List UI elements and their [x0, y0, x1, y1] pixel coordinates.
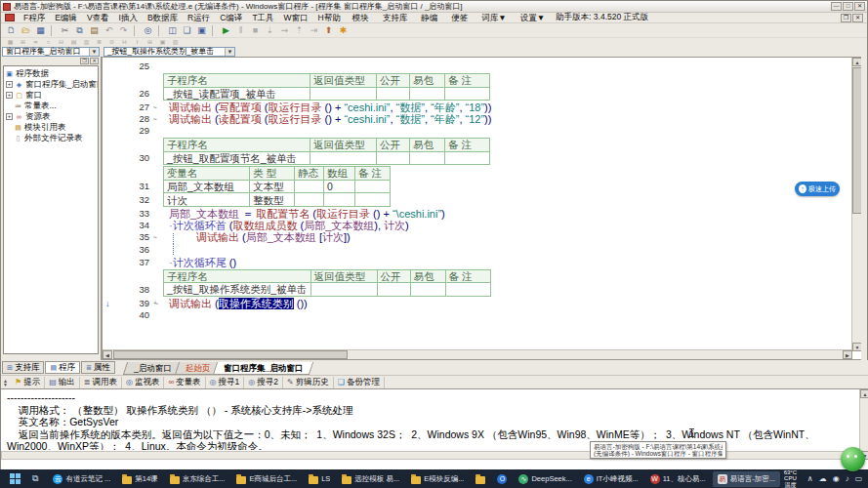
- table-cell[interactable]: [410, 283, 445, 297]
- table-row[interactable]: 局部_文本数组文本型0: [164, 180, 391, 193]
- editor-horizontal-scrollbar[interactable]: ◀ ▶: [103, 349, 852, 359]
- design-tool-icon[interactable]: ⊞: [17, 39, 29, 46]
- taskbar-item[interactable]: [471, 471, 490, 487]
- design-tool-icon[interactable]: ⊞: [144, 39, 156, 46]
- design-tool-icon[interactable]: ≍: [29, 39, 42, 46]
- taskbar-item[interactable]: 易易语言-加密...: [713, 471, 780, 487]
- table-cell[interactable]: 局部_文本数组: [164, 180, 250, 193]
- table-cell[interactable]: [355, 180, 391, 193]
- table-cell[interactable]: [377, 283, 410, 297]
- cpu-temp-widget[interactable]: 63°C CPU温度: [782, 469, 799, 488]
- chevron-down-icon[interactable]: ▼: [89, 48, 99, 56]
- subroutine-table[interactable]: 子程序名返回值类型公开易包备 注_按钮_取操作系统类别_被单击: [163, 269, 491, 297]
- start-button[interactable]: [10, 473, 21, 485]
- fold-marker-zone[interactable]: +-: [153, 298, 163, 309]
- table-cell[interactable]: [445, 87, 490, 101]
- table-cell[interactable]: [324, 193, 355, 207]
- taskbar-item[interactable]: eIT小峰视频...: [579, 471, 643, 487]
- design-tool-icon[interactable]: I: [131, 39, 144, 46]
- tree-item[interactable]: +▢窗口: [5, 90, 97, 101]
- table-cell[interactable]: _按钮_取配置项节名_被单击: [164, 151, 310, 165]
- code-view[interactable]: 2526子程序名返回值类型公开易包备 注_按钮_读配置项_被单击27▫-调试输出…: [103, 58, 852, 351]
- fold-marker-zone[interactable]: ▫-: [153, 102, 163, 113]
- table-cell[interactable]: [310, 87, 377, 101]
- menu-item[interactable]: V查看: [82, 13, 114, 22]
- cut-icon[interactable]: ✂: [58, 24, 72, 37]
- minimize-button[interactable]: —: [831, 2, 842, 11]
- tree-item[interactable]: ▤模块引用表: [5, 122, 97, 133]
- tree-root[interactable]: ▣程序数据: [5, 68, 97, 79]
- network-icon[interactable]: ▭: [855, 474, 863, 483]
- code-line[interactable]: 34·计次循环首 (取数组成员数 (局部_文本数组), 计次): [103, 220, 852, 231]
- expand-icon[interactable]: +: [6, 92, 13, 99]
- compile-icon[interactable]: ⬆: [321, 24, 336, 37]
- subroutine-table[interactable]: 子程序名返回值类型公开易包备 注_按钮_读配置项_被单击: [163, 73, 490, 101]
- menu-item[interactable]: E编辑: [50, 13, 82, 22]
- design-tool-icon[interactable]: ▤: [67, 39, 80, 46]
- code-line[interactable]: 33局部_文本数组 ＝ 取配置节名 (取运行目录 () + “\ceshi.in…: [103, 208, 852, 220]
- scroll-up-icon[interactable]: ▲: [860, 389, 868, 398]
- paste-icon[interactable]: ▤: [87, 24, 102, 37]
- table-cell[interactable]: _按钮_读配置项_被单击: [164, 87, 310, 101]
- scroll-up-icon[interactable]: ▲: [852, 58, 861, 66]
- task-view-icon[interactable]: ⧉: [32, 473, 38, 484]
- volume-icon[interactable]: ♪: [846, 474, 849, 483]
- taskbar-item[interactable]: O: [492, 471, 512, 487]
- doc-text[interactable]: -------------------- 调用格式： （整数型） 取操作系统类别…: [1, 389, 858, 450]
- mdi-close-button[interactable]: ✕: [852, 14, 863, 22]
- menu-extra-item[interactable]: 便签: [444, 13, 475, 22]
- table-row[interactable]: _按钮_取配置项节名_被单击: [164, 151, 490, 165]
- code-text[interactable]: 调试输出 (局部_文本数组 [计次]): [163, 231, 852, 244]
- tool-tab-提示[interactable]: ⚑提示: [11, 377, 45, 388]
- split-window-icon[interactable]: ▣: [194, 24, 209, 37]
- table-row[interactable]: _按钮_取操作系统类别_被单击: [164, 283, 491, 297]
- maximize-button[interactable]: □: [843, 2, 853, 11]
- undo-icon[interactable]: ↶: [102, 24, 116, 37]
- taskbar-item[interactable]: E商城后台工...: [231, 471, 302, 487]
- cloud-icon[interactable]: ☁: [819, 474, 827, 483]
- doc-horizontal-scrollbar[interactable]: [1, 451, 858, 460]
- menu-item[interactable]: C编译: [215, 13, 247, 22]
- menu-item[interactable]: T工具: [247, 13, 278, 22]
- close-button[interactable]: ✕: [854, 2, 865, 11]
- editor-vertical-scrollbar[interactable]: ▲ ▼: [851, 58, 861, 351]
- floating-ball[interactable]: [841, 447, 865, 471]
- editor-vscroll-thumb[interactable]: [852, 67, 861, 214]
- menu-extra-item[interactable]: 设置▼: [514, 13, 552, 22]
- copy-icon[interactable]: ⧉: [72, 24, 87, 37]
- design-tool-icon[interactable]: ▥: [80, 39, 93, 46]
- design-tool-icon[interactable]: H: [118, 39, 131, 46]
- tool-tab-调用表[interactable]: ≣调用表: [80, 377, 122, 388]
- tool-tab-剪辑历史[interactable]: ✎剪辑历史: [283, 377, 334, 388]
- expand-icon[interactable]: +: [6, 113, 13, 120]
- program-set-combo[interactable]: 窗口程序集_启动窗口 ▼: [2, 47, 100, 57]
- step-into-icon[interactable]: ⇣: [263, 24, 277, 37]
- taskbar-item[interactable]: LS: [304, 471, 335, 487]
- table-cell[interactable]: [445, 283, 490, 297]
- code-text[interactable]: ·计次循环尾 (): [169, 257, 852, 268]
- expand-icon[interactable]: +: [6, 81, 13, 88]
- taskbar-item[interactable]: ∿DeepSeek...: [514, 471, 576, 487]
- table-cell[interactable]: 整数型: [250, 193, 295, 207]
- code-line[interactable]: 39↓+-调试输出 (取操作系统类别 ()): [103, 298, 852, 309]
- table-cell[interactable]: [295, 193, 324, 207]
- editor-hscroll-thumb[interactable]: [113, 350, 348, 359]
- location-icon[interactable]: ◉: [833, 474, 840, 483]
- table-row[interactable]: _按钮_读配置项_被单击: [164, 87, 490, 101]
- design-tool-icon[interactable]: ▥: [169, 39, 182, 46]
- spin-down-icon[interactable]: ▼: [3, 383, 8, 386]
- run-to-cursor-icon[interactable]: ⇥: [307, 24, 321, 37]
- tool-tab-变量表[interactable]: ∞变量表: [164, 377, 205, 388]
- menu-extra-item[interactable]: 词库▼: [475, 13, 513, 22]
- design-tool-icon[interactable]: ⊜: [105, 39, 118, 46]
- menu-extra-item[interactable]: 模块: [346, 13, 376, 22]
- redo-icon[interactable]: ↷: [116, 24, 131, 37]
- table-cell[interactable]: [410, 87, 445, 101]
- cascade-window-icon[interactable]: ❏: [180, 24, 194, 37]
- menu-item[interactable]: B数据库: [143, 13, 183, 22]
- open-icon[interactable]: 🗁: [19, 24, 33, 37]
- menu-item[interactable]: F程序: [19, 13, 50, 22]
- code-text[interactable]: [163, 244, 852, 257]
- code-text[interactable]: ·计次循环首 (取数组成员数 (局部_文本数组), 计次): [169, 220, 852, 231]
- new-icon[interactable]: 🗋: [4, 24, 19, 37]
